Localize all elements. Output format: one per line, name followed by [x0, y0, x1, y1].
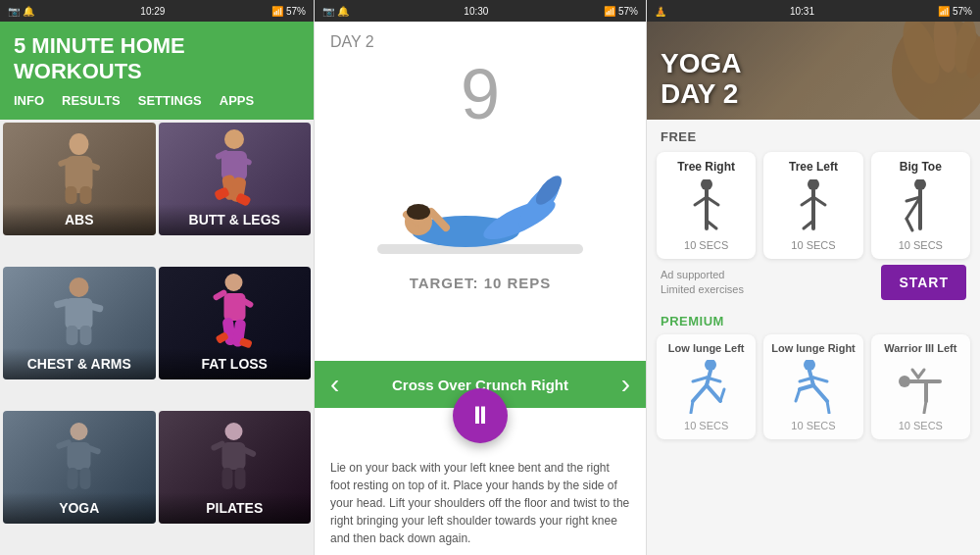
yoga-card-tree-left[interactable]: Tree Left 10 SECS — [763, 152, 862, 259]
premium-poses-row: Low lunge Left 10 SECS — [657, 334, 970, 439]
pause-icon: ⏸ — [468, 402, 492, 429]
battery-2: 57% — [618, 6, 638, 17]
low-lunge-right-svg — [790, 360, 837, 414]
pause-button[interactable]: ⏸ — [453, 388, 508, 443]
tree-right-name: Tree Right — [677, 160, 735, 174]
svg-line-83 — [813, 378, 827, 381]
nav-results[interactable]: RESULTS — [62, 93, 121, 112]
battery-3: 57% — [953, 6, 972, 17]
svg-line-76 — [693, 385, 707, 401]
low-lunge-left-figure — [682, 360, 731, 414]
ad-text: Ad supported Limited exercises — [661, 268, 744, 298]
status-time-2: 10:30 — [464, 6, 488, 17]
crunch-exercise-svg — [368, 151, 593, 259]
low-lunge-left-secs: 10 SECS — [684, 420, 728, 431]
svg-line-74 — [693, 378, 707, 381]
nav-apps[interactable]: APPS — [220, 93, 254, 112]
svg-line-91 — [918, 370, 924, 378]
workout-grid: ABS BUTT & LEGS — [0, 120, 314, 555]
wifi-icon: 📶 — [271, 6, 283, 17]
low-lunge-right-secs: 10 SECS — [791, 420, 835, 431]
svg-point-34 — [225, 423, 243, 440]
panel-home-workouts: 📷 🔔 10:29 📶 57% 5 MINUTE HOME WORKOUTS I… — [0, 0, 314, 555]
free-poses-row: Tree Right 10 SECS Tree Left — [657, 152, 970, 259]
battery-1: 57% — [286, 6, 306, 17]
workout-label-chest: CHEST & ARMS — [3, 348, 156, 379]
low-lunge-left-svg — [683, 360, 730, 414]
svg-line-94 — [924, 401, 926, 413]
svg-rect-39 — [235, 468, 246, 489]
workout-label-fat: FAT LOSS — [159, 348, 312, 379]
workout-label-abs: ABS — [3, 204, 156, 235]
status-bar-1: 📷 🔔 10:29 📶 57% — [0, 0, 314, 22]
warrior-iii-left-secs: 10 SECS — [899, 420, 943, 431]
big-toe-figure — [896, 179, 945, 233]
app-header: 5 MINUTE HOME WORKOUTS INFO RESULTS SETT… — [0, 22, 314, 120]
main-nav: INFO RESULTS SETTINGS APPS — [14, 85, 300, 112]
exercise-description: Lie on your back with your left knee ben… — [315, 443, 646, 555]
status-icons-right-1: 📶 57% — [271, 6, 306, 17]
pause-container: ⏸ — [315, 388, 646, 443]
svg-rect-5 — [79, 186, 91, 204]
svg-point-6 — [224, 129, 244, 149]
low-lunge-right-figure — [789, 360, 838, 414]
big-toe-svg — [901, 179, 940, 233]
tree-right-svg — [687, 179, 726, 233]
butt-figure-svg — [200, 127, 269, 211]
premium-card-warrior-iii-left[interactable]: Warrior III Left 10 SECS — [871, 334, 970, 439]
svg-rect-32 — [67, 468, 77, 489]
fat-figure-svg — [203, 272, 267, 355]
svg-rect-35 — [222, 442, 246, 470]
target-label: TARGET: 10 REPS — [410, 275, 552, 291]
big-toe-secs: 10 SECS — [899, 239, 943, 251]
workout-label-yoga: YOGA — [3, 492, 156, 524]
app-title: 5 MINUTE HOME WORKOUTS — [14, 33, 300, 85]
warrior-iii-left-svg — [897, 360, 944, 414]
nav-settings[interactable]: SETTINGS — [138, 93, 202, 112]
tree-left-figure — [789, 179, 838, 233]
big-toe-name: Big Toe — [900, 160, 942, 174]
svg-line-71 — [906, 219, 912, 230]
premium-card-low-lunge-left[interactable]: Low lunge Left 10 SECS — [657, 334, 756, 439]
wifi-icon-2: 📶 — [604, 6, 615, 17]
rep-count: 9 — [461, 59, 500, 129]
warrior-iii-left-figure — [896, 360, 945, 414]
tree-left-secs: 10 SECS — [791, 239, 835, 251]
svg-rect-38 — [222, 468, 233, 489]
status-bar-3: 🧘 10:31 📶 57% — [647, 0, 980, 22]
start-button[interactable]: START — [881, 265, 966, 300]
premium-card-low-lunge-right[interactable]: Low lunge Right 10 SECS — [763, 334, 862, 439]
svg-rect-33 — [79, 468, 90, 489]
workout-card-butt[interactable]: BUTT & LEGS — [159, 123, 312, 235]
yoga-body: FREE Tree Right 10 SECS — [647, 120, 980, 555]
yoga-status-icon: 🧘 — [655, 6, 666, 17]
ad-row: Ad supported Limited exercises START — [657, 259, 970, 306]
panel-workout-timer: 📷 🔔 10:30 📶 57% DAY 2 9 — [314, 0, 647, 555]
yoga-card-big-toe[interactable]: Big Toe 10 SECS — [871, 152, 970, 259]
yoga-figure-svg — [47, 421, 111, 494]
exercise-illustration — [363, 141, 598, 259]
svg-line-86 — [796, 389, 800, 401]
status-icons-left: 📷 🔔 — [8, 6, 34, 17]
yoga-card-tree-right[interactable]: Tree Right 10 SECS — [657, 152, 756, 259]
status-icons-left-2: 📷 🔔 — [322, 6, 349, 17]
abs-figure-svg — [47, 132, 111, 206]
workout-card-pilates[interactable]: PILATES — [159, 411, 312, 524]
workout-card-abs[interactable]: ABS — [3, 123, 156, 235]
status-time-1: 10:29 — [140, 6, 165, 17]
nav-info[interactable]: INFO — [14, 93, 44, 112]
warrior-iii-left-name: Warrior III Left — [884, 342, 956, 354]
low-lunge-right-name: Low lunge Right — [771, 342, 856, 354]
svg-line-78 — [691, 401, 693, 413]
svg-point-14 — [69, 278, 88, 297]
svg-point-28 — [70, 423, 87, 440]
svg-line-79 — [720, 389, 724, 401]
workout-card-chest[interactable]: CHEST & ARMS — [3, 267, 156, 379]
workout-card-yoga[interactable]: YOGA — [3, 411, 156, 524]
svg-line-85 — [813, 385, 827, 401]
pilates-figure-svg — [203, 421, 267, 494]
svg-point-0 — [69, 133, 88, 155]
tree-left-svg — [794, 179, 833, 233]
workout-card-fat[interactable]: FAT LOSS — [159, 267, 312, 379]
status-icons-right-3: 📶 57% — [938, 6, 972, 17]
